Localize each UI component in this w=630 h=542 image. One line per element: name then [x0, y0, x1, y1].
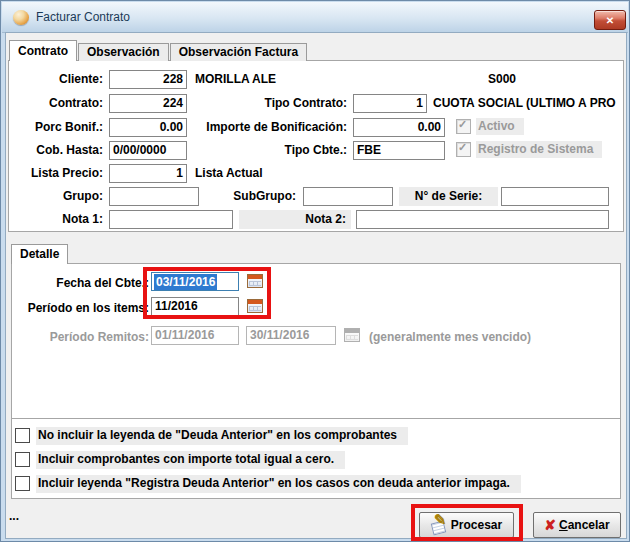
tab-contrato[interactable]: Contrato — [9, 40, 77, 61]
incluir-importe-cero-checkbox[interactable]: Incluir comprobantes con importe total i… — [15, 451, 345, 469]
lista-precio-input[interactable]: 1 — [109, 164, 187, 183]
porc-bonif-label: Porc Bonif.: — [9, 120, 103, 135]
cliente-nombre-text: MORILLA ALE — [195, 72, 276, 87]
checkbox-box[interactable] — [15, 452, 30, 467]
importe-bonif-label: Importe de Bonificación: — [181, 120, 347, 135]
checkbox-box[interactable] — [15, 428, 30, 443]
detalle-divider — [12, 418, 620, 419]
nota2-input[interactable] — [356, 210, 609, 229]
tab-detalle[interactable]: Detalle — [11, 244, 68, 264]
activo-checkbox: ✓ Activo — [456, 118, 524, 135]
periodo-calendar-icon[interactable] — [247, 299, 263, 313]
cliente-label: Cliente: — [9, 72, 103, 87]
tipo-contrato-input[interactable]: 1 — [353, 94, 427, 113]
tab-observacion-factura[interactable]: Observación Factura — [170, 43, 307, 61]
checkbox-box[interactable] — [15, 476, 30, 491]
tipo-cbte-label: Tipo Cbte.: — [181, 143, 347, 158]
tab-observacion[interactable]: Observación — [78, 43, 169, 61]
cliente-input[interactable]: 228 — [109, 70, 187, 89]
remitos-calendar-icon — [344, 328, 360, 342]
cancel-x-icon: ✘ — [544, 518, 556, 532]
facturar-contrato-window: Facturar Contrato ✕ Contrato Observación… — [0, 0, 630, 542]
check-icon: ✓ — [458, 141, 467, 154]
procesar-label: Procesar — [451, 518, 502, 532]
no-incluir-deuda-checkbox[interactable]: No incluir la leyenda de "Deuda Anterior… — [15, 427, 408, 445]
close-icon: ✕ — [606, 15, 614, 26]
porc-bonif-input[interactable]: 0.00 — [109, 118, 187, 137]
remitos-hint-text: (generalmente mes vencido) — [369, 330, 531, 344]
cancelar-button[interactable]: ✘ Cancelar — [533, 512, 621, 538]
contrato-label: Contrato: — [9, 96, 103, 111]
nota2-label: Nota 2: — [239, 210, 351, 229]
checkbox-label[interactable]: Incluir leyenda "Registra Deuda Anterior… — [36, 475, 521, 493]
lista-precio-label: Lista Precio: — [9, 166, 103, 181]
nota1-input[interactable] — [109, 210, 233, 229]
periodo-items-label: Período en los items: — [19, 301, 149, 316]
activo-label: Activo — [476, 118, 524, 135]
write-icon: ✎ — [431, 517, 448, 534]
detalle-tabstrip: Detalle — [11, 245, 69, 264]
incluir-leyenda-registra-checkbox[interactable]: Incluir leyenda "Registra Deuda Anterior… — [15, 475, 521, 493]
remitos-hasta-input: 30/11/2016 — [246, 326, 336, 345]
cob-hasta-input[interactable]: 0/00/0000 — [109, 141, 187, 160]
main-tabstrip: Contrato Observación Observación Factura — [9, 41, 308, 61]
cliente-codigo-text: S000 — [488, 72, 516, 87]
remitos-desde-input: 01/11/2016 — [151, 326, 239, 345]
grupo-label: Grupo: — [9, 189, 103, 204]
close-button[interactable]: ✕ — [594, 10, 626, 30]
registro-sistema-label: Registro de Sistema — [476, 141, 602, 158]
titlebar: Facturar Contrato ✕ — [2, 2, 628, 33]
registro-checkbox-box: ✓ — [456, 142, 471, 157]
importe-bonif-input[interactable]: 0.00 — [353, 118, 445, 137]
subgrupo-label: SubGrupo: — [201, 189, 296, 204]
serie-label: N° de Serie: — [399, 187, 498, 206]
subgrupo-input[interactable] — [303, 187, 393, 206]
fecha-cbte-input[interactable]: 03/11/2016 — [151, 272, 239, 291]
checkbox-label[interactable]: Incluir comprobantes con importe total i… — [36, 451, 345, 469]
check-icon: ✓ — [458, 118, 467, 131]
window-title: Facturar Contrato — [36, 10, 130, 24]
status-dots: ... — [9, 509, 19, 523]
contrato-input[interactable]: 224 — [109, 94, 187, 113]
procesar-button[interactable]: ✎ Procesar — [419, 512, 514, 538]
registro-sistema-checkbox: ✓ Registro de Sistema — [456, 141, 602, 158]
cob-hasta-label: Cob. Hasta: — [9, 143, 103, 158]
lista-actual-text: Lista Actual — [195, 166, 263, 181]
app-icon — [13, 10, 29, 25]
cancelar-label: Cancelar — [559, 518, 610, 532]
grupo-input[interactable] — [109, 187, 199, 206]
activo-checkbox-box: ✓ — [456, 119, 471, 134]
nota1-label: Nota 1: — [9, 212, 103, 227]
fecha-cbte-selected-text: 03/11/2016 — [154, 274, 217, 290]
tipo-cbte-input[interactable]: FBE — [353, 141, 445, 160]
fecha-calendar-icon[interactable] — [247, 274, 263, 288]
tipo-contrato-desc-text: CUOTA SOCIAL (ULTIMO A PRO — [433, 96, 616, 111]
periodo-remitos-label: Período Remitos: — [19, 330, 149, 345]
checkbox-label[interactable]: No incluir la leyenda de "Deuda Anterior… — [36, 427, 408, 445]
tipo-contrato-label: Tipo Contrato: — [181, 96, 347, 111]
serie-input[interactable] — [501, 187, 609, 206]
fecha-cbte-label: Fecha del Cbte.: — [19, 276, 149, 291]
periodo-items-input[interactable]: 11/2016 — [151, 297, 239, 316]
